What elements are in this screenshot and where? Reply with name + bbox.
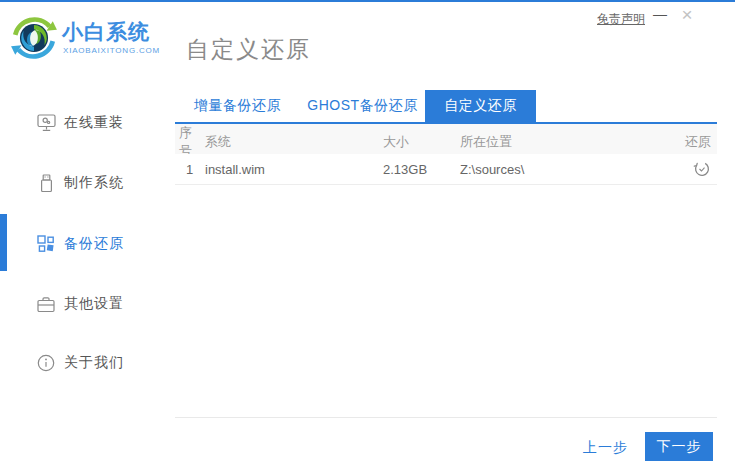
cell-location: Z:\sources\ <box>458 162 650 177</box>
restore-icon[interactable] <box>693 160 711 178</box>
brand-name: 小白系统 <box>62 18 150 46</box>
tab-custom-restore[interactable]: 自定义还原 <box>425 90 536 122</box>
disclaimer-link[interactable]: 免责声明 <box>597 11 645 28</box>
brand-domain: XIAOBAIXITONG.COM <box>63 46 160 55</box>
next-step-button[interactable]: 下一步 <box>645 432 713 461</box>
col-header-system: 系统 <box>203 133 380 151</box>
info-icon <box>36 353 56 373</box>
app-window: 免责声明 — × 小白系统 XIAOBAIXITONG.COM 自定义还原 <box>0 0 735 468</box>
sidebar-item-about-us[interactable]: 关于我们 <box>0 349 170 377</box>
usb-drive-icon <box>36 173 56 193</box>
footer-divider <box>175 417 717 418</box>
sidebar-item-make-system[interactable]: 制作系统 <box>0 169 170 197</box>
sidebar-item-online-reinstall[interactable]: 在线重装 <box>0 109 170 137</box>
sidebar-item-label: 备份还原 <box>64 235 124 253</box>
tab-incremental-backup-restore[interactable]: 增量备份还原 <box>175 90 300 122</box>
cell-size: 2.13GB <box>380 162 458 177</box>
settings-case-icon <box>36 294 56 314</box>
minimize-icon[interactable]: — <box>651 6 669 22</box>
col-header-location: 所在位置 <box>458 133 650 151</box>
cell-index: 1 <box>175 162 203 177</box>
col-header-size: 大小 <box>380 133 458 151</box>
sidebar-item-other-settings[interactable]: 其他设置 <box>0 290 170 318</box>
app-logo-icon <box>9 13 59 63</box>
sidebar-item-label: 其他设置 <box>64 295 124 313</box>
backup-restore-icon <box>36 234 56 254</box>
close-icon[interactable]: × <box>677 4 697 26</box>
sidebar-item-label: 制作系统 <box>64 174 124 192</box>
restore-tabs: 增量备份还原 GHOST备份还原 自定义还原 <box>175 90 536 122</box>
sidebar-item-label: 关于我们 <box>64 354 124 372</box>
sidebar-item-label: 在线重装 <box>64 114 124 132</box>
col-header-restore: 还原 <box>650 133 717 151</box>
table-row: 1 install.wim 2.13GB Z:\sources\ <box>175 154 717 185</box>
cell-system: install.wim <box>203 162 380 177</box>
online-reinstall-icon <box>36 113 56 133</box>
tab-ghost-backup-restore[interactable]: GHOST备份还原 <box>300 90 425 122</box>
sidebar-item-backup-restore[interactable]: 备份还原 <box>0 230 170 258</box>
table-header: 序号 系统 大小 所在位置 还原 <box>175 124 717 154</box>
previous-step-button[interactable]: 上一步 <box>583 439 628 457</box>
page-title: 自定义还原 <box>186 34 311 65</box>
